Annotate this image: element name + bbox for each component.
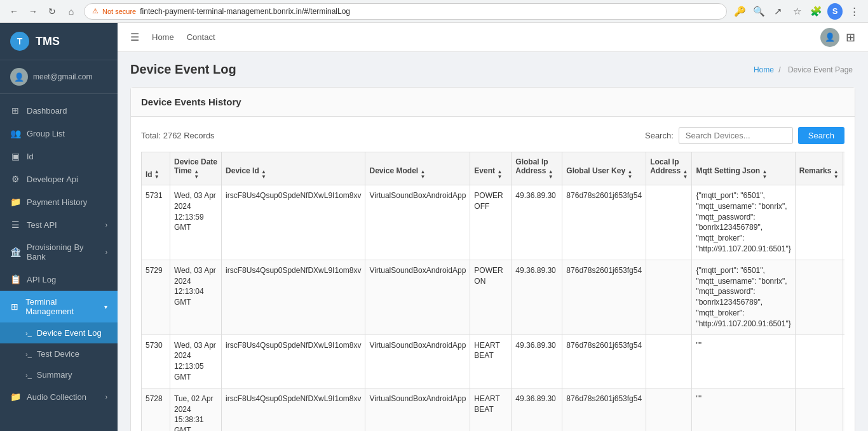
table-cell bbox=[795, 260, 843, 335]
sidebar-item-audio-collection[interactable]: 📁 Audio Collection › bbox=[0, 385, 118, 408]
more-options-btn[interactable]: ⋮ bbox=[846, 4, 862, 19]
not-secure-label: Not secure bbox=[102, 8, 136, 15]
page-header: Device Event Log Home / Device Event Pag… bbox=[130, 62, 855, 77]
topnav-grid-icon[interactable]: ⊞ bbox=[846, 30, 855, 44]
search-row: Total: 2762 Records Search: Search bbox=[141, 127, 844, 144]
col-local-ip[interactable]: Local IpAddress ▲▼ bbox=[646, 152, 692, 185]
sidebar-item-dashboard[interactable]: ⊞ Dashboard bbox=[0, 99, 118, 122]
logo-icon: T bbox=[10, 32, 29, 51]
topnav-home-link[interactable]: Home bbox=[152, 32, 174, 42]
sidebar-item-developer-api[interactable]: ⚙ Developer Api bbox=[0, 168, 118, 190]
sidebar-item-terminal-management[interactable]: ⊞ Terminal Management ▾ bbox=[0, 291, 118, 322]
profile-btn[interactable]: S bbox=[827, 4, 843, 19]
sort-lip: ▲▼ bbox=[683, 169, 688, 180]
sort-ddt: ▲▼ bbox=[194, 169, 199, 180]
col-id[interactable]: Id ▲▼ bbox=[142, 152, 170, 185]
table-cell bbox=[646, 335, 692, 388]
sidebar-item-payment-history[interactable]: 📁 Payment History bbox=[0, 190, 118, 213]
topnav: ☰ Home Contact 👤 ⊞ bbox=[118, 23, 868, 52]
logo-text: TMS bbox=[36, 35, 60, 48]
search-button[interactable]: Search bbox=[798, 127, 844, 144]
sidebar-item-summary[interactable]: ›_ Summary bbox=[0, 364, 118, 385]
col-remarks[interactable]: Remarks ▲▼ bbox=[795, 152, 843, 185]
table-cell: Tue, 02 Apr 2024 15:38:31 GMT bbox=[170, 388, 222, 431]
table-cell: "" bbox=[692, 388, 795, 431]
back-button[interactable]: ← bbox=[6, 4, 22, 19]
breadcrumb-separator: / bbox=[778, 65, 783, 74]
sidebar-item-provisioning[interactable]: 🏦 Provisioning By Bank › bbox=[0, 236, 118, 268]
card-header: Device Events History bbox=[131, 88, 855, 117]
table-row: 5729Wed, 03 Apr 2024 12:13:04 GMTirscF8U… bbox=[142, 260, 845, 335]
developer-api-icon: ⚙ bbox=[10, 174, 20, 184]
sidebar-label-audio-collection: Audio Collection bbox=[27, 392, 86, 402]
address-bar[interactable]: ⚠ Not secure fintech-payment-terminal-ma… bbox=[84, 3, 727, 20]
sidebar-item-device-event-log[interactable]: ›_ Device Event Log bbox=[0, 322, 118, 343]
sidebar-logo: T TMS bbox=[0, 23, 118, 60]
search-label: Search: bbox=[645, 131, 674, 140]
table-cell bbox=[646, 185, 692, 260]
extension-icon[interactable]: 🧩 bbox=[808, 4, 824, 19]
sidebar-item-device-list[interactable]: ▣ Id bbox=[0, 145, 118, 168]
breadcrumb-home[interactable]: Home bbox=[754, 65, 774, 74]
table-cell: VirtualSoundBoxAndroidApp bbox=[365, 388, 470, 431]
browser-actions: 🔑 🔍 ↗ ☆ 🧩 S ⋮ bbox=[732, 4, 862, 19]
col-device-date-time[interactable]: Device DateTime ▲▼ bbox=[170, 152, 222, 185]
security-icon: ⚠ bbox=[92, 7, 98, 15]
sidebar-item-group-list[interactable]: 👥 Group List bbox=[0, 122, 118, 145]
refresh-button[interactable]: ↻ bbox=[44, 4, 60, 19]
device-list-icon: ▣ bbox=[10, 151, 20, 161]
payment-history-icon: 📁 bbox=[10, 197, 20, 207]
table-cell: Wed, 03 Apr 2024 12:14:00 GMT bbox=[843, 185, 844, 260]
sidebar-item-api-log[interactable]: 📋 API Log bbox=[0, 268, 118, 291]
col-system-date-time[interactable]: System DateTime ▲▼ bbox=[843, 152, 844, 185]
sidebar-label-test-api: Test API bbox=[27, 220, 57, 230]
sidebar-label-summary: Summary bbox=[37, 370, 72, 380]
table-cell: 49.36.89.30 bbox=[512, 260, 562, 335]
star-icon[interactable]: ☆ bbox=[789, 4, 804, 19]
home-button[interactable]: ⌂ bbox=[64, 4, 79, 19]
sidebar-label-device-event-log: Device Event Log bbox=[37, 328, 102, 338]
url-text: fintech-payment-terminal-management.bonr… bbox=[140, 7, 350, 16]
table-row: 5730Wed, 03 Apr 2024 12:13:05 GMTirscF8U… bbox=[142, 335, 845, 388]
col-event[interactable]: Event ▲▼ bbox=[470, 152, 512, 185]
table-body: 5731Wed, 03 Apr 2024 12:13:59 GMTirscF8U… bbox=[142, 185, 845, 432]
sidebar-item-test-device[interactable]: ›_ Test Device bbox=[0, 343, 118, 364]
topnav-contact-link[interactable]: Contact bbox=[187, 32, 215, 42]
topnav-avatar: 👤 bbox=[820, 28, 839, 47]
table-cell: 5729 bbox=[142, 260, 170, 335]
forward-button[interactable]: → bbox=[25, 4, 41, 19]
sort-gip: ▲▼ bbox=[548, 169, 553, 180]
key-icon[interactable]: 🔑 bbox=[732, 4, 747, 19]
sort-id: ▲▼ bbox=[154, 169, 159, 180]
table-cell: 876d78s2601j653fg54 bbox=[562, 260, 646, 335]
search-input[interactable] bbox=[679, 127, 793, 144]
table-row: 5731Wed, 03 Apr 2024 12:13:59 GMTirscF8U… bbox=[142, 185, 845, 260]
card-body: Total: 2762 Records Search: Search bbox=[131, 117, 855, 431]
topnav-menu-icon[interactable]: ☰ bbox=[130, 31, 139, 43]
table-cell: 876d78s2601j653fg54 bbox=[562, 185, 646, 260]
chevron-right-icon-3: › bbox=[105, 394, 107, 401]
col-mqtt[interactable]: Mqtt Setting Json ▲▼ bbox=[692, 152, 795, 185]
user-email: meet@gmail.com bbox=[33, 72, 93, 81]
col-device-id[interactable]: Device Id ▲▼ bbox=[222, 152, 365, 185]
sidebar-menu: ⊞ Dashboard 👥 Group List ▣ Id ⚙ D bbox=[0, 94, 118, 431]
breadcrumb-current: Device Event Page bbox=[788, 65, 853, 74]
table-cell: irscF8Us4Qsup0SpdeNfDXwL9I1om8xv bbox=[222, 388, 365, 431]
sort-guk: ▲▼ bbox=[627, 169, 632, 180]
table-cell: irscF8Us4Qsup0SpdeNfDXwL9I1om8xv bbox=[222, 335, 365, 388]
table-cell: Wed, 03 Apr 2024 12:13:05 GMT bbox=[170, 335, 222, 388]
device-events-table: Id ▲▼ Device DateTime ▲▼ Device Id ▲▼ bbox=[141, 152, 844, 431]
sidebar-item-test-api[interactable]: ☰ Test API › bbox=[0, 213, 118, 236]
col-device-model[interactable]: Device Model ▲▼ bbox=[365, 152, 470, 185]
submenu-icon-test: ›_ bbox=[25, 350, 32, 358]
device-events-card: Device Events History Total: 2762 Record… bbox=[130, 87, 855, 431]
col-global-user-key[interactable]: Global User Key ▲▼ bbox=[562, 152, 646, 185]
api-log-icon: 📋 bbox=[10, 274, 20, 284]
page-title: Device Event Log bbox=[130, 62, 236, 77]
search-browser-icon[interactable]: 🔍 bbox=[751, 4, 766, 19]
col-global-ip[interactable]: Global IpAddress ▲▼ bbox=[512, 152, 562, 185]
table-cell: POWER OFF bbox=[470, 185, 512, 260]
share-icon[interactable]: ↗ bbox=[770, 4, 785, 19]
table-cell: {"mqtt_port": "6501", "mqtt_username": "… bbox=[692, 185, 795, 260]
table-cell: 49.36.89.30 bbox=[512, 388, 562, 431]
